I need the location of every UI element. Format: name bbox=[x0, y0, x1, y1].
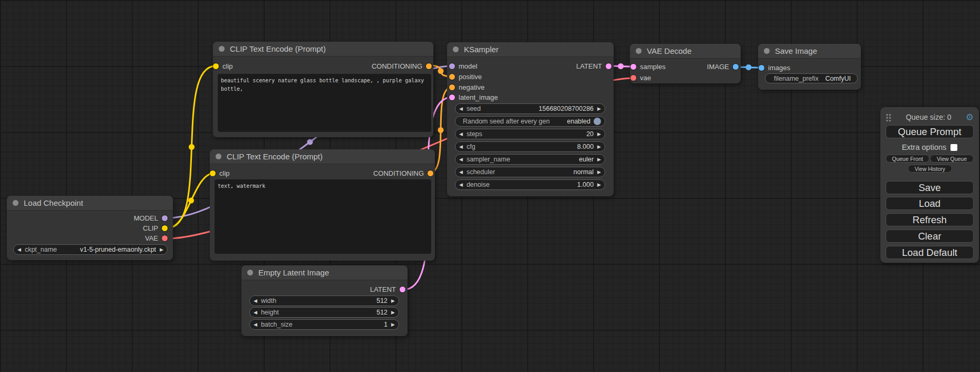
node-collapse-dot[interactable] bbox=[216, 154, 221, 159]
increment-arrow-icon[interactable]: ▶ bbox=[387, 322, 399, 327]
node-title-bar[interactable]: Load Checkpoint bbox=[7, 196, 173, 211]
random-seed-toggle-widget[interactable]: Random seed after every gen enabled bbox=[455, 116, 605, 127]
input-slot-vae: vae bbox=[630, 72, 651, 83]
save-button[interactable]: Save bbox=[886, 181, 974, 194]
height-widget[interactable]: ◀ height 512 ▶ bbox=[249, 307, 399, 318]
vae-input-port[interactable] bbox=[630, 75, 636, 81]
decrement-arrow-icon[interactable]: ◀ bbox=[250, 322, 261, 327]
queue-front-button[interactable]: Queue Front bbox=[886, 155, 929, 163]
decrement-arrow-icon[interactable]: ◀ bbox=[455, 157, 467, 162]
gear-icon[interactable]: ⚙ bbox=[966, 113, 974, 122]
output-label: MODEL bbox=[134, 214, 158, 222]
input-label: model bbox=[459, 62, 477, 70]
node-title: Save Image bbox=[775, 46, 817, 55]
decrement-arrow-icon[interactable]: ◀ bbox=[250, 298, 261, 303]
output-label: CONDITIONING bbox=[373, 169, 424, 177]
model-output-port[interactable] bbox=[162, 215, 168, 221]
node-title-bar[interactable]: CLIP Text Encode (Prompt) bbox=[213, 42, 433, 56]
increment-arrow-icon[interactable]: ▶ bbox=[387, 310, 399, 315]
load-default-button[interactable]: Load Default bbox=[886, 246, 974, 259]
images-input-port[interactable] bbox=[759, 65, 764, 71]
node-clip-text-encode-positive[interactable]: CLIP Text Encode (Prompt) clip CONDITION… bbox=[213, 42, 433, 137]
node-collapse-dot[interactable] bbox=[453, 46, 459, 52]
node-title-bar[interactable]: CLIP Text Encode (Prompt) bbox=[210, 149, 435, 164]
refresh-button[interactable]: Refresh bbox=[886, 213, 974, 226]
decrement-arrow-icon[interactable]: ◀ bbox=[455, 106, 467, 111]
node-empty-latent-image[interactable]: Empty Latent Image LATENT ◀ width 512 ▶ … bbox=[241, 265, 407, 336]
node-collapse-dot[interactable] bbox=[13, 200, 18, 206]
node-title-bar[interactable]: VAE Decode bbox=[630, 44, 741, 59]
vae-output-port[interactable] bbox=[162, 235, 168, 241]
batch-size-widget[interactable]: ◀ batch_size 1 ▶ bbox=[249, 319, 399, 330]
queue-prompt-button[interactable]: Queue Prompt bbox=[886, 125, 974, 138]
random-seed-toggle-knob[interactable] bbox=[594, 118, 601, 125]
cfg-widget[interactable]: ◀ cfg 8.000 ▶ bbox=[455, 141, 605, 152]
node-collapse-dot[interactable] bbox=[764, 48, 770, 54]
node-collapse-dot[interactable] bbox=[636, 48, 642, 54]
extra-options-checkbox[interactable] bbox=[950, 144, 957, 151]
node-save-image[interactable]: Save Image images filename_prefix ComfyU… bbox=[758, 44, 861, 90]
node-vae-decode[interactable]: VAE Decode samples IMAGE vae bbox=[630, 44, 741, 83]
samples-input-port[interactable] bbox=[630, 64, 636, 70]
decrement-arrow-icon[interactable]: ◀ bbox=[14, 247, 25, 252]
clip-input-port[interactable] bbox=[210, 170, 216, 176]
node-ksampler[interactable]: KSampler model LATENT positive negative … bbox=[447, 42, 614, 196]
increment-arrow-icon[interactable]: ▶ bbox=[594, 169, 605, 175]
denoise-widget[interactable]: ◀ denoise 1.000 ▶ bbox=[455, 179, 605, 190]
steps-widget[interactable]: ◀ steps 20 ▶ bbox=[455, 129, 605, 139]
input-slot-latent-image: latent_image bbox=[449, 92, 498, 102]
decrement-arrow-icon[interactable]: ◀ bbox=[455, 144, 467, 149]
link-midpoint-dot bbox=[188, 198, 194, 204]
latent-image-input-port[interactable] bbox=[449, 94, 455, 100]
conditioning-output-port[interactable] bbox=[426, 63, 432, 69]
positive-input-port[interactable] bbox=[449, 74, 455, 80]
model-input-port[interactable] bbox=[449, 63, 455, 69]
node-title-bar[interactable]: Save Image bbox=[758, 44, 861, 59]
conditioning-output-port[interactable] bbox=[428, 170, 433, 176]
input-label: samples bbox=[640, 63, 665, 71]
node-collapse-dot[interactable] bbox=[219, 46, 225, 52]
input-label: negative bbox=[459, 83, 484, 91]
increment-arrow-icon[interactable]: ▶ bbox=[387, 298, 399, 303]
clip-input-port[interactable] bbox=[213, 63, 219, 69]
latent-output-port[interactable] bbox=[400, 287, 405, 292]
decrement-arrow-icon[interactable]: ◀ bbox=[455, 169, 467, 175]
node-load-checkpoint[interactable]: Load Checkpoint MODEL CLIP VAE ◀ ckpt_na… bbox=[7, 196, 173, 260]
output-label: LATENT bbox=[576, 62, 602, 70]
node-graph-canvas[interactable]: Load Checkpoint MODEL CLIP VAE ◀ ckpt_na… bbox=[0, 0, 980, 372]
increment-arrow-icon[interactable]: ▶ bbox=[594, 182, 605, 187]
output-slot-image: IMAGE bbox=[707, 61, 739, 72]
latent-output-port[interactable] bbox=[606, 63, 612, 69]
input-slot-positive: positive bbox=[449, 71, 482, 82]
drag-handle-icon[interactable] bbox=[886, 113, 891, 121]
decrement-arrow-icon[interactable]: ◀ bbox=[250, 310, 261, 315]
negative-input-port[interactable] bbox=[449, 84, 455, 90]
increment-arrow-icon[interactable]: ▶ bbox=[594, 106, 605, 111]
increment-arrow-icon[interactable]: ▶ bbox=[594, 131, 605, 137]
node-collapse-dot[interactable] bbox=[247, 270, 253, 275]
prompt-textarea[interactable]: beautiful scenery nature glass bottle la… bbox=[218, 74, 431, 132]
increment-arrow-icon[interactable]: ▶ bbox=[156, 247, 167, 252]
input-slot-clip: clip bbox=[213, 61, 233, 71]
width-widget[interactable]: ◀ width 512 ▶ bbox=[249, 295, 399, 306]
increment-arrow-icon[interactable]: ▶ bbox=[594, 157, 605, 162]
scheduler-widget[interactable]: ◀ scheduler normal ▶ bbox=[455, 167, 605, 177]
increment-arrow-icon[interactable]: ▶ bbox=[594, 144, 605, 149]
node-title-bar[interactable]: Empty Latent Image bbox=[241, 265, 407, 280]
decrement-arrow-icon[interactable]: ◀ bbox=[455, 182, 467, 187]
sampler-name-widget[interactable]: ◀ sampler_name euler ▶ bbox=[455, 154, 605, 165]
image-output-port[interactable] bbox=[733, 64, 739, 70]
node-clip-text-encode-negative[interactable]: CLIP Text Encode (Prompt) clip CONDITION… bbox=[210, 149, 435, 261]
filename-prefix-widget[interactable]: filename_prefix ComfyUI bbox=[765, 73, 858, 83]
seed-widget[interactable]: ◀ seed 156680208700286 ▶ bbox=[455, 103, 605, 114]
link-midpoint-dot bbox=[189, 144, 195, 150]
clip-output-port[interactable] bbox=[162, 225, 168, 231]
view-queue-button[interactable]: View Queue bbox=[930, 155, 974, 163]
view-history-button[interactable]: View History bbox=[908, 165, 952, 173]
prompt-textarea[interactable]: text, watermark bbox=[215, 179, 431, 254]
node-title-bar[interactable]: KSampler bbox=[447, 42, 614, 57]
decrement-arrow-icon[interactable]: ◀ bbox=[455, 131, 467, 137]
ckpt-name-widget[interactable]: ◀ ckpt_name v1-5-pruned-emaonly.ckpt ▶ bbox=[13, 244, 168, 255]
clear-button[interactable]: Clear bbox=[886, 230, 974, 243]
load-button[interactable]: Load bbox=[886, 197, 974, 210]
